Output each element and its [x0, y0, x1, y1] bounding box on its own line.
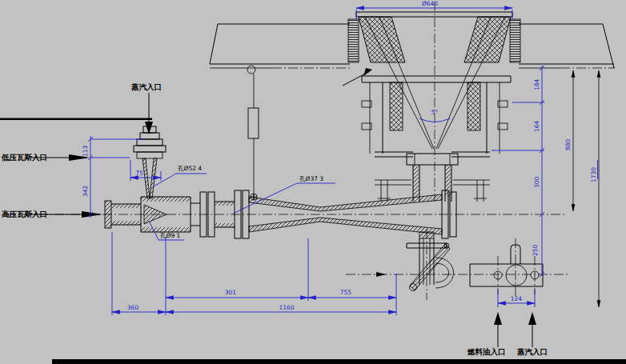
dim-span-inlet: 360 [127, 304, 139, 311]
dim-left-upper: 113 [82, 145, 89, 157]
cad-drawing-viewport: 蒸汽入口 低压瓦斯入口 高压瓦斯入口 燃料油入口 蒸汽入口 孔Ø52 4 孔Ø3… [0, 0, 626, 364]
hole-note-gland: 孔Ø52 4 [178, 165, 202, 172]
hole-note-throat: 孔Ø37 3 [299, 175, 323, 182]
dim-span-total: 1160 [279, 304, 294, 311]
dim-span-to-drain: 755 [340, 289, 352, 296]
dim-cone-angle: 5° [431, 109, 439, 116]
steam-inlet-bottom-label: 蒸汽入口 [516, 347, 548, 356]
dim-gland-width: 75 [135, 170, 143, 177]
dim-height-a: 880 [564, 138, 572, 150]
dim-right-2: 164 [533, 120, 540, 132]
hole-note-seat: 孔Ø9 1 [160, 232, 181, 239]
dim-right-3: 300 [533, 176, 540, 188]
turnbuckle [248, 108, 259, 138]
burner-ejector-assembly-drawing: 蒸汽入口 低压瓦斯入口 高压瓦斯入口 燃料油入口 蒸汽入口 孔Ø52 4 孔Ø3… [0, 0, 626, 364]
dim-left-lower: 342 [82, 185, 89, 197]
dim-bolt-spacing: 124 [511, 295, 523, 302]
dim-right-1: 184 [533, 78, 540, 90]
fuel-oil-inlet-label: 燃料油入口 [467, 347, 506, 356]
dim-right-4: 250 [532, 244, 539, 256]
dim-top-diameter: Ø640 [422, 0, 438, 7]
dim-span-valve-to-flange: 301 [225, 289, 237, 296]
steam-inlet-top-label: 蒸汽入口 [130, 82, 162, 91]
dim-height-b: 1730 [590, 167, 597, 182]
